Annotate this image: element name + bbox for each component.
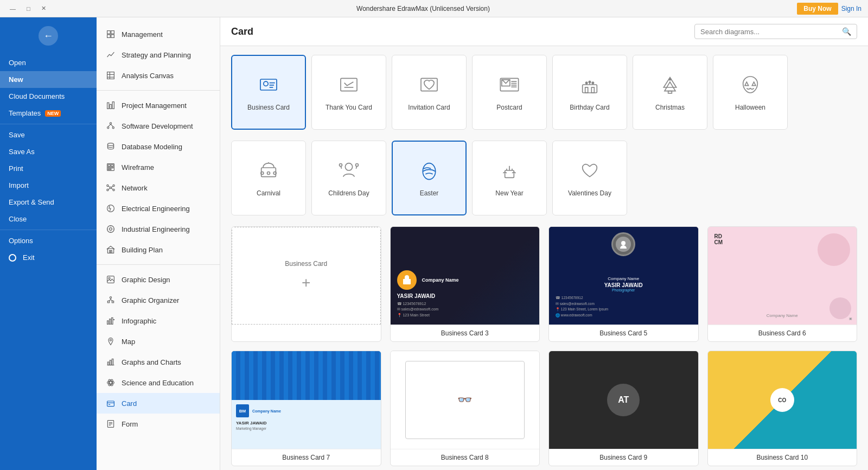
svg-rect-10	[112, 102, 114, 109]
nav-divider-2	[97, 264, 220, 265]
birthday-icon	[579, 74, 601, 98]
nav-database[interactable]: Database Modeling	[97, 136, 220, 157]
nav-analysis[interactable]: Analysis Canvas	[97, 65, 220, 86]
templates-label: Templates	[9, 109, 41, 117]
nav-electrical[interactable]: Electrical Engineering	[97, 198, 220, 219]
sign-in-button[interactable]: Sign In	[841, 5, 861, 12]
svg-point-101	[267, 172, 270, 174]
svg-point-43	[110, 297, 111, 298]
plus-icon: +	[302, 274, 310, 291]
bc5-preview: Company Name YASIR JAWAID Photographer ☎…	[549, 227, 698, 325]
birthday-label: Birthday Card	[570, 104, 609, 111]
nav-network[interactable]: Network	[97, 177, 220, 198]
category-postcard[interactable]: Postcard	[472, 55, 547, 130]
svg-line-29	[108, 188, 110, 189]
sidebar-item-close[interactable]: Close	[0, 211, 97, 227]
back-button[interactable]: ←	[39, 26, 58, 46]
category-new-year[interactable]: New Year	[472, 141, 547, 215]
database-icon	[105, 141, 116, 152]
category-christmas[interactable]: Christmas	[633, 55, 707, 130]
nav-infographic[interactable]: Infographic	[97, 310, 220, 331]
sidebar-item-new[interactable]: New	[0, 71, 97, 88]
category-easter[interactable]: Easter	[392, 141, 467, 215]
nav-wireframe[interactable]: Wireframe	[97, 157, 220, 177]
sidebar-item-exit[interactable]: Exit	[0, 249, 97, 266]
sidebar-item-open[interactable]: Open	[0, 54, 97, 71]
search-box[interactable]: 🔍	[694, 24, 857, 39]
nav-project[interactable]: Project Management	[97, 95, 220, 116]
template-bc8[interactable]: 👓 Business Card 8	[390, 351, 540, 466]
search-input[interactable]	[700, 28, 842, 36]
template-bc10[interactable]: CO Business Card 10	[707, 351, 858, 466]
nav-industrial[interactable]: Industrial Engineering	[97, 219, 220, 239]
svg-rect-49	[107, 321, 108, 324]
electrical-icon	[105, 203, 116, 214]
category-valentines[interactable]: Valentines Day	[552, 141, 627, 215]
postcard-label: Postcard	[496, 104, 522, 111]
nav-graphic[interactable]: Graphic Design	[97, 269, 220, 290]
nav-building[interactable]: Building Plan	[97, 239, 220, 260]
template-bc6[interactable]: RDCM Company Name ▣ Business Card 6	[707, 226, 858, 342]
bc8-label: Business Card 8	[391, 449, 540, 466]
page-title: Card	[231, 26, 253, 37]
buy-now-button[interactable]: Buy Now	[797, 3, 838, 15]
sidebar-item-print[interactable]: Print	[0, 160, 97, 177]
nav-graphs[interactable]: Graphs and Charts	[97, 352, 220, 372]
nav-map[interactable]: Map	[97, 331, 220, 352]
building-label: Building Plan	[122, 246, 163, 254]
wireframe-label: Wireframe	[122, 163, 154, 172]
organizer-label: Graphic Organizer	[122, 296, 179, 304]
nav-strategy[interactable]: Strategy and Planning	[97, 45, 220, 65]
template-bc5[interactable]: Company Name YASIR JAWAID Photographer ☎…	[548, 226, 699, 342]
form-icon	[105, 418, 116, 429]
nav-organizer[interactable]: Graphic Organizer	[97, 290, 220, 310]
nav-science[interactable]: Science and Education	[97, 372, 220, 393]
svg-point-32	[110, 228, 112, 231]
sidebar-item-options[interactable]: Options	[0, 232, 97, 249]
template-new[interactable]: Business Card +	[231, 226, 381, 342]
category-childrens-day[interactable]: Childrens Day	[311, 141, 386, 215]
sidebar-item-cloud[interactable]: Cloud Documents	[0, 88, 97, 105]
nav-software[interactable]: Software Development	[97, 116, 220, 136]
category-business-card[interactable]: Business Card	[231, 55, 306, 130]
svg-rect-114	[403, 279, 411, 284]
open-label: Open	[9, 59, 26, 67]
search-icon: 🔍	[842, 27, 851, 36]
graphs-icon	[105, 357, 116, 367]
sidebar-item-save[interactable]: Save	[0, 126, 97, 143]
svg-point-22	[110, 187, 111, 188]
category-halloween[interactable]: Halloween	[713, 55, 788, 130]
svg-point-95	[669, 78, 671, 80]
main-scroll: Business Card Thank You Card	[220, 46, 868, 470]
close-btn[interactable]: ✕	[38, 4, 49, 13]
sidebar-item-export[interactable]: Export & Send	[0, 194, 97, 211]
bc10-label: Business Card 10	[708, 449, 857, 466]
nav-card[interactable]: Card	[97, 393, 220, 414]
template-bc3[interactable]: Company Name YASIR JAWAID ☎ 12345678912✉…	[390, 226, 540, 342]
category-thank-you[interactable]: Thank You Card	[311, 55, 386, 130]
nav-management[interactable]: Management	[97, 24, 220, 45]
strategy-label: Strategy and Planning	[122, 51, 191, 59]
minimize-btn[interactable]: —	[7, 4, 19, 13]
new-year-icon	[499, 160, 520, 184]
graphic-icon	[105, 274, 116, 285]
svg-rect-50	[110, 319, 111, 325]
category-invitation[interactable]: Invitation Card	[392, 55, 467, 130]
sidebar-item-import[interactable]: Import	[0, 177, 97, 194]
svg-point-102	[273, 172, 276, 174]
infographic-label: Infographic	[122, 317, 156, 325]
sidebar-item-save-as[interactable]: Save As	[0, 143, 97, 160]
category-carnival[interactable]: Carnival	[231, 141, 306, 215]
bc8-preview: 👓	[391, 351, 540, 449]
science-icon	[105, 377, 116, 388]
new-label: New	[9, 75, 23, 84]
project-label: Project Management	[122, 101, 187, 110]
svg-rect-54	[107, 362, 108, 365]
template-bc9[interactable]: AT Business Card 9	[548, 351, 699, 466]
sidebar-item-templates[interactable]: Templates NEW	[0, 105, 97, 122]
category-birthday[interactable]: Birthday Card	[552, 55, 627, 130]
maximize-btn[interactable]: □	[23, 4, 34, 13]
window-controls[interactable]: — □ ✕	[7, 4, 49, 13]
template-bc7[interactable]: BM Company Name YASIR JAWAID Marketing M…	[231, 351, 381, 466]
nav-form[interactable]: Form	[97, 414, 220, 434]
